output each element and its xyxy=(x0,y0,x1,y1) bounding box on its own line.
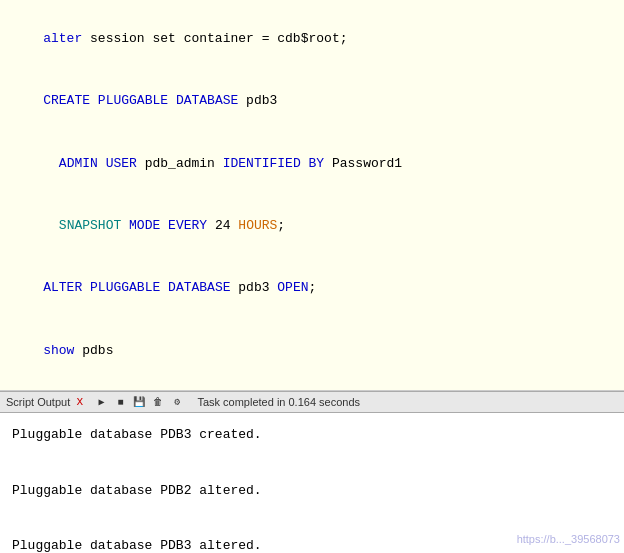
code-editor: alter session set container = cdb$root; … xyxy=(0,0,624,391)
output-line-1: Pluggable database PDB3 created. xyxy=(12,423,612,446)
code-text: session set container = cdb$root; xyxy=(82,31,347,46)
toolbar-icons: ▶ ■ 💾 🗑 ⚙ xyxy=(93,394,185,410)
code-line-3: ADMIN USER pdb_admin IDENTIFIED BY Passw… xyxy=(12,133,612,195)
script-output-title: Script Output xyxy=(6,396,70,408)
output-area: Pluggable database PDB3 created. Pluggab… xyxy=(0,413,624,553)
output-gap-4 xyxy=(12,518,612,534)
code-line-4: SNAPSHOT MODE EVERY 24 HOURS; xyxy=(12,195,612,257)
output-line-2: Pluggable database PDB2 altered. xyxy=(12,479,612,502)
kw-create: CREATE xyxy=(43,93,90,108)
output-gap-1 xyxy=(12,447,612,463)
clear-icon[interactable]: 🗑 xyxy=(150,394,166,410)
script-output-toolbar: Script Output x ▶ ■ 💾 🗑 ⚙ Task completed… xyxy=(0,391,624,413)
save-icon[interactable]: 💾 xyxy=(131,394,147,410)
code-line-5: ALTER PLUGGABLE DATABASE pdb3 OPEN; xyxy=(12,258,612,320)
code-line-1: alter session set container = cdb$root; xyxy=(12,8,612,70)
code-line-6: show pdbs xyxy=(12,320,612,382)
code-line-2: CREATE PLUGGABLE DATABASE pdb3 xyxy=(12,70,612,132)
kw-alter: alter xyxy=(43,31,82,46)
stop-icon[interactable]: ■ xyxy=(112,394,128,410)
output-line-3: Pluggable database PDB3 altered. xyxy=(12,534,612,553)
task-status: Task completed in 0.164 seconds xyxy=(197,396,360,408)
run-icon[interactable]: ▶ xyxy=(93,394,109,410)
settings-icon[interactable]: ⚙ xyxy=(169,394,185,410)
output-gap-3 xyxy=(12,502,612,518)
close-icon[interactable]: x xyxy=(76,395,83,409)
output-gap-2 xyxy=(12,463,612,479)
